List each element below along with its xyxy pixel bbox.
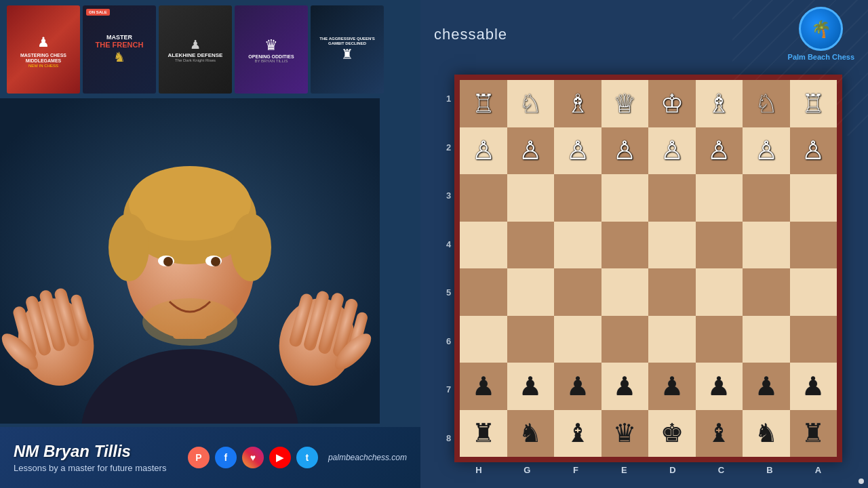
piece-rank2-filef: ♙: [566, 138, 589, 163]
cell-rank6-filee[interactable]: [601, 316, 649, 363]
chess-board[interactable]: ♖♘♗♕♔♗♘♖♙♙♙♙♙♙♙♙♟♟♟♟♟♟♟♟♜♞♝♛♚♝♞♜: [454, 75, 842, 462]
svg-point-12: [211, 257, 220, 266]
cell-rank5-filec[interactable]: [696, 268, 743, 316]
cell-rank2-filec[interactable]: ♙: [696, 127, 743, 175]
cell-rank8-filef[interactable]: ♝: [554, 410, 601, 458]
cell-rank3-filea[interactable]: [790, 174, 837, 222]
piece-rank8-fileg: ♞: [519, 420, 542, 446]
book1-chess-icon: ♟: [37, 34, 50, 50]
cell-rank1-filef[interactable]: ♗: [554, 80, 601, 127]
cell-rank6-fileg[interactable]: [507, 316, 555, 363]
cell-rank5-fileb[interactable]: [743, 268, 790, 316]
cell-rank6-filef[interactable]: [554, 316, 601, 363]
cell-rank1-fileg[interactable]: ♘: [507, 80, 555, 127]
cell-rank1-filed[interactable]: ♔: [648, 80, 696, 127]
cell-rank6-filec[interactable]: [696, 316, 743, 363]
white-dot-indicator: [859, 479, 864, 484]
cell-rank5-fileg[interactable]: [507, 268, 555, 316]
cell-rank1-fileh[interactable]: ♖: [460, 80, 507, 127]
cell-rank3-filee[interactable]: [601, 174, 649, 222]
rank-label-1: 1: [446, 75, 451, 123]
cell-rank4-filed[interactable]: [648, 222, 696, 269]
cell-rank5-filea[interactable]: [790, 268, 837, 316]
cell-rank4-filea[interactable]: [790, 222, 837, 269]
patreon-icon[interactable]: P: [188, 447, 210, 468]
cell-rank2-fileb[interactable]: ♙: [743, 127, 790, 175]
cell-rank4-fileg[interactable]: [507, 222, 555, 269]
cell-rank4-filec[interactable]: [696, 222, 743, 269]
piece-rank7-filea: ♟: [802, 373, 825, 399]
social-icons-group: P f ♥ ▶ t: [188, 447, 318, 468]
cell-rank2-filed[interactable]: ♙: [648, 127, 696, 175]
piece-rank8-filee: ♛: [613, 420, 636, 446]
youtube-icon[interactable]: ▶: [269, 447, 291, 468]
cell-rank7-filec[interactable]: ♟: [696, 363, 743, 410]
piece-rank7-filee: ♟: [613, 373, 636, 399]
cell-rank3-fileg[interactable]: [507, 174, 555, 222]
cell-rank7-filed[interactable]: ♟: [648, 363, 696, 410]
cell-rank5-filed[interactable]: [648, 268, 696, 316]
cell-rank4-filee[interactable]: [601, 222, 649, 269]
cell-rank2-filea[interactable]: ♙: [790, 127, 837, 175]
cell-rank2-filef[interactable]: ♙: [554, 127, 601, 175]
cell-rank6-filed[interactable]: [648, 316, 696, 363]
cell-rank4-fileb[interactable]: [743, 222, 790, 269]
website-link[interactable]: palmbeachchess.com: [328, 453, 407, 462]
cell-rank5-filee[interactable]: [601, 268, 649, 316]
cell-rank8-fileh[interactable]: ♜: [460, 410, 507, 458]
cell-rank2-fileh[interactable]: ♙: [460, 127, 507, 175]
cell-rank3-fileh[interactable]: [460, 174, 507, 222]
piece-rank1-filea: ♖: [802, 91, 825, 117]
cell-rank6-fileb[interactable]: [743, 316, 790, 363]
cell-rank7-fileh[interactable]: ♟: [460, 363, 507, 410]
piece-rank7-fileb: ♟: [755, 373, 778, 399]
rank-label-8: 8: [446, 414, 451, 463]
cell-rank2-filee[interactable]: ♙: [601, 127, 649, 175]
book-mastering-chess-middlegames[interactable]: ♟ MASTERING CHESS MIDDLEGAMES NEW IN CHE…: [7, 5, 80, 94]
cell-rank4-fileh[interactable]: [460, 222, 507, 269]
cell-rank8-filea[interactable]: ♜: [790, 410, 837, 458]
piece-rank2-fileh: ♙: [472, 138, 495, 163]
piece-rank1-filef: ♗: [566, 91, 589, 117]
cell-rank8-filee[interactable]: ♛: [601, 410, 649, 458]
book-opening-oddities[interactable]: ♛ OPENING ODDITIES BY BRYAN TILLIS: [235, 5, 308, 94]
cell-rank7-filea[interactable]: ♟: [790, 363, 837, 410]
cell-rank1-filec[interactable]: ♗: [696, 80, 743, 127]
book-aggressive-queens-gambit[interactable]: THE AGGRESSIVE QUEEN'S GAMBIT DECLINED ♜: [311, 5, 384, 94]
cell-rank1-filea[interactable]: ♖: [790, 80, 837, 127]
cell-rank6-fileh[interactable]: [460, 316, 507, 363]
cell-rank8-fileg[interactable]: ♞: [507, 410, 555, 458]
file-label-g: G: [503, 465, 552, 475]
cell-rank4-filef[interactable]: [554, 222, 601, 269]
cell-rank7-filef[interactable]: ♟: [554, 363, 601, 410]
cell-rank2-fileg[interactable]: ♙: [507, 127, 555, 175]
cell-rank8-fileb[interactable]: ♞: [743, 410, 790, 458]
cell-rank8-filec[interactable]: ♝: [696, 410, 743, 458]
cell-rank5-filef[interactable]: [554, 268, 601, 316]
book-alekhine-defense[interactable]: ♟ ALEKHINE DEFENSE The Dark Knight Rises: [159, 5, 232, 94]
file-label-f: F: [551, 465, 600, 475]
rank-label-5: 5: [446, 268, 451, 317]
presenter-name: NM Bryan Tillis: [14, 442, 178, 461]
book-master-the-french[interactable]: ON SALE MASTER THE FRENCH ♞: [83, 5, 156, 94]
cell-rank7-filee[interactable]: ♟: [601, 363, 649, 410]
cell-rank3-filed[interactable]: [648, 174, 696, 222]
cell-rank5-fileh[interactable]: [460, 268, 507, 316]
cell-rank8-filed[interactable]: ♚: [648, 410, 696, 458]
piece-rank1-filed: ♔: [660, 91, 684, 117]
cell-rank3-filec[interactable]: [696, 174, 743, 222]
twitter-icon[interactable]: t: [296, 447, 318, 468]
facebook-icon[interactable]: f: [215, 447, 237, 468]
file-label-b: B: [745, 465, 794, 475]
cell-rank6-filea[interactable]: [790, 316, 837, 363]
cell-rank3-fileb[interactable]: [743, 174, 790, 222]
cell-rank1-fileb[interactable]: ♘: [743, 80, 790, 127]
cell-rank1-filee[interactable]: ♕: [601, 80, 649, 127]
piece-rank2-filed: ♙: [660, 138, 684, 163]
cell-rank7-fileg[interactable]: ♟: [507, 363, 555, 410]
cell-rank3-filef[interactable]: [554, 174, 601, 222]
webcam-area: [0, 98, 380, 424]
file-label-d: D: [648, 465, 697, 475]
instagram-icon[interactable]: ♥: [242, 447, 264, 468]
cell-rank7-fileb[interactable]: ♟: [743, 363, 790, 410]
